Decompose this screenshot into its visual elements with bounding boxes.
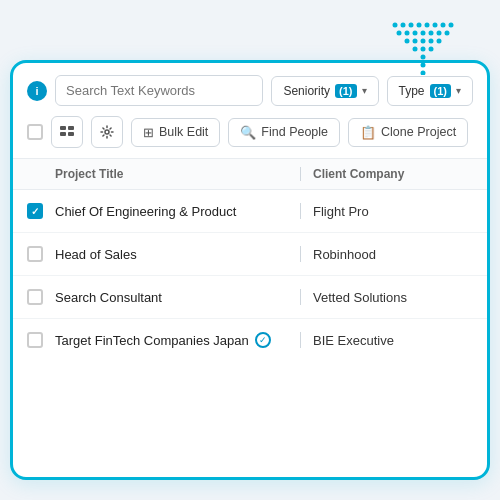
bulk-edit-button[interactable]: ⊞ Bulk Edit	[131, 118, 220, 147]
project-title-header: Project Title	[55, 167, 288, 181]
row-column-divider	[300, 203, 301, 219]
bulk-edit-icon: ⊞	[143, 125, 154, 140]
bulk-edit-label: Bulk Edit	[159, 125, 208, 139]
clone-project-button[interactable]: 📋 Clone Project	[348, 118, 468, 147]
svg-point-2	[409, 23, 414, 28]
info-icon[interactable]: i	[27, 81, 47, 101]
seniority-filter-button[interactable]: Seniority (1) ▾	[271, 76, 378, 106]
row-checkbox[interactable]: ✓	[27, 203, 43, 219]
svg-point-21	[421, 47, 426, 52]
table-row: ✓ Chief Of Engineering & Product Flight …	[13, 190, 487, 233]
svg-point-7	[449, 23, 454, 28]
select-all-checkbox[interactable]	[27, 124, 43, 140]
main-card: i Seniority (1) ▾ Type (1) ▾	[10, 60, 490, 480]
svg-point-18	[429, 39, 434, 44]
row-column-divider	[300, 332, 301, 348]
outer-wrapper: i Seniority (1) ▾ Type (1) ▾	[10, 20, 490, 480]
row-column-divider	[300, 246, 301, 262]
seniority-filter-label: Seniority	[283, 84, 330, 98]
row-client-company: Flight Pro	[313, 204, 473, 219]
header-checkbox-spacer	[27, 167, 55, 181]
svg-point-5	[433, 23, 438, 28]
column-divider	[300, 167, 301, 181]
svg-point-10	[413, 31, 418, 36]
action-row: ⊞ Bulk Edit 🔍 Find People 📋 Clone Projec…	[27, 116, 473, 148]
row-checkbox[interactable]	[27, 332, 43, 348]
find-people-button[interactable]: 🔍 Find People	[228, 118, 340, 147]
svg-point-20	[413, 47, 418, 52]
row-client-company: BIE Executive	[313, 333, 473, 348]
find-people-label: Find People	[261, 125, 328, 139]
seniority-chevron-icon: ▾	[362, 85, 367, 96]
svg-point-16	[413, 39, 418, 44]
clone-project-icon: 📋	[360, 125, 376, 140]
svg-point-15	[405, 39, 410, 44]
search-input[interactable]	[55, 75, 263, 106]
type-chevron-icon: ▾	[456, 85, 461, 96]
table-row: Target FinTech Companies Japan ✓ BIE Exe…	[13, 319, 487, 361]
row-column-divider	[300, 289, 301, 305]
list-view-icon-button[interactable]	[51, 116, 83, 148]
svg-point-30	[105, 130, 109, 134]
row-project-title: Chief Of Engineering & Product	[55, 204, 288, 219]
type-filter-label: Type	[399, 84, 425, 98]
table-row: Search Consultant Vetted Solutions	[13, 276, 487, 319]
verified-icon: ✓	[255, 332, 271, 348]
svg-point-19	[437, 39, 442, 44]
svg-point-4	[425, 23, 430, 28]
table-header: Project Title Client Company	[13, 159, 487, 190]
svg-point-8	[397, 31, 402, 36]
find-people-icon: 🔍	[240, 125, 256, 140]
row-checkbox[interactable]	[27, 246, 43, 262]
svg-point-22	[429, 47, 434, 52]
type-filter-button[interactable]: Type (1) ▾	[387, 76, 473, 106]
toolbar: i Seniority (1) ▾ Type (1) ▾	[13, 63, 487, 159]
list-view-icon	[60, 125, 74, 139]
svg-point-6	[441, 23, 446, 28]
table-row: Head of Sales Robinhood	[13, 233, 487, 276]
svg-point-3	[417, 23, 422, 28]
svg-rect-26	[60, 126, 66, 130]
svg-point-12	[429, 31, 434, 36]
clone-project-label: Clone Project	[381, 125, 456, 139]
settings-icon-button[interactable]	[91, 116, 123, 148]
svg-point-0	[393, 23, 398, 28]
client-company-header: Client Company	[313, 167, 473, 181]
svg-point-25	[421, 71, 426, 76]
row-project-title: Target FinTech Companies Japan ✓	[55, 332, 288, 348]
row-checkbox[interactable]	[27, 289, 43, 305]
svg-point-23	[421, 55, 426, 60]
row-project-title: Search Consultant	[55, 290, 288, 305]
svg-point-14	[445, 31, 450, 36]
type-filter-badge: (1)	[430, 84, 451, 98]
checkmark-icon: ✓	[31, 206, 39, 217]
row-project-title: Head of Sales	[55, 247, 288, 262]
svg-point-17	[421, 39, 426, 44]
funnel-dots-decoration	[390, 20, 460, 75]
row-client-company: Robinhood	[313, 247, 473, 262]
svg-rect-29	[68, 132, 74, 136]
svg-point-11	[421, 31, 426, 36]
svg-point-13	[437, 31, 442, 36]
svg-rect-28	[60, 132, 66, 136]
gear-icon	[100, 125, 114, 139]
seniority-filter-badge: (1)	[335, 84, 356, 98]
table-body: ✓ Chief Of Engineering & Product Flight …	[13, 190, 487, 361]
svg-point-24	[421, 63, 426, 68]
row-client-company: Vetted Solutions	[313, 290, 473, 305]
svg-point-1	[401, 23, 406, 28]
search-input-wrap	[55, 75, 263, 106]
search-filter-row: i Seniority (1) ▾ Type (1) ▾	[27, 75, 473, 106]
svg-point-9	[405, 31, 410, 36]
svg-rect-27	[68, 126, 74, 130]
